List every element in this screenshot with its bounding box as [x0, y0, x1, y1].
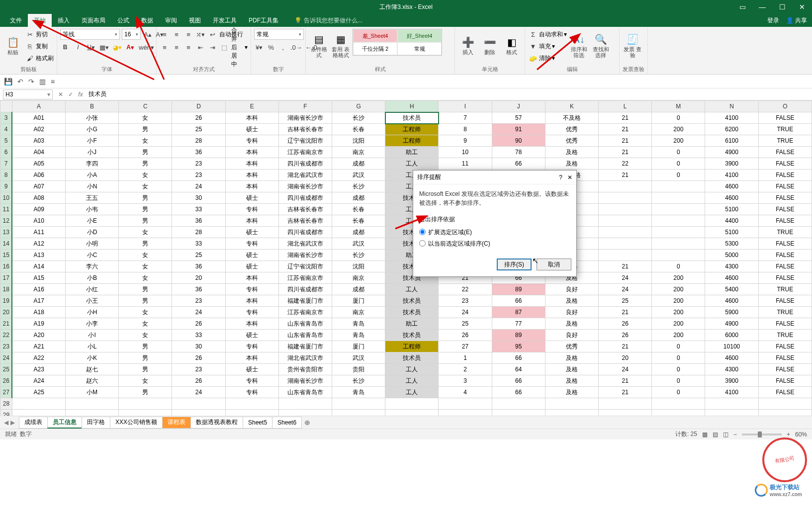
cell[interactable]: 24: [172, 181, 225, 192]
cell[interactable]: FALSE: [758, 170, 812, 181]
cell[interactable]: 90: [492, 135, 545, 147]
cell[interactable]: A05: [12, 158, 65, 170]
cell[interactable]: 南京: [332, 272, 385, 284]
cell[interactable]: 武汉: [332, 170, 385, 181]
cell[interactable]: 男: [119, 341, 172, 352]
cell[interactable]: A21: [12, 341, 65, 352]
cell[interactable]: 长沙: [332, 181, 385, 192]
cell[interactable]: 5100: [705, 204, 758, 215]
cell[interactable]: 四川省成都市: [278, 158, 332, 170]
cell[interactable]: 小E: [66, 215, 119, 227]
cell[interactable]: 女: [119, 112, 172, 124]
cell[interactable]: 长春: [332, 215, 385, 227]
zoom-in-button[interactable]: +: [787, 431, 790, 438]
cell[interactable]: 26: [599, 318, 652, 330]
cell[interactable]: 及格: [545, 352, 598, 364]
cell[interactable]: [599, 398, 652, 410]
cell[interactable]: [652, 398, 705, 410]
cell[interactable]: 21: [599, 261, 652, 272]
cell[interactable]: 专科: [225, 341, 278, 352]
cell[interactable]: 青岛: [332, 330, 385, 341]
cell[interactable]: [119, 410, 172, 416]
cell[interactable]: 21: [599, 307, 652, 318]
cell[interactable]: 本科: [225, 318, 278, 330]
cell[interactable]: 36: [172, 215, 225, 227]
name-box[interactable]: H3▾: [3, 89, 53, 99]
cell[interactable]: A10: [12, 215, 65, 227]
cell[interactable]: [599, 238, 652, 250]
cell[interactable]: 4100: [705, 387, 758, 398]
cell[interactable]: 工程师: [385, 135, 439, 147]
cell[interactable]: 小红: [66, 284, 119, 295]
row-header[interactable]: 25: [0, 364, 12, 375]
cell[interactable]: 4400: [705, 215, 758, 227]
cell[interactable]: 33: [172, 204, 225, 215]
copy-button[interactable]: ⎘: [25, 41, 35, 51]
cell[interactable]: 湖北省武汉市: [278, 170, 332, 181]
cell[interactable]: FALSE: [758, 181, 812, 192]
cell[interactable]: 0: [652, 364, 705, 375]
cell[interactable]: 王五: [66, 192, 119, 204]
cell[interactable]: 200: [652, 330, 705, 341]
col-header-E[interactable]: E: [225, 101, 278, 112]
cell[interactable]: 专科: [225, 204, 278, 215]
indent-dec-button[interactable]: ⇤: [195, 42, 205, 52]
cell[interactable]: 女: [119, 181, 172, 192]
cell[interactable]: [599, 181, 652, 192]
cell[interactable]: 21: [599, 341, 652, 352]
cell[interactable]: A19: [12, 318, 65, 330]
font-color-button[interactable]: A▾: [125, 42, 135, 52]
cell[interactable]: 11: [439, 158, 492, 170]
cell[interactable]: 成都: [332, 227, 385, 238]
cell[interactable]: [278, 410, 332, 416]
cell[interactable]: [599, 204, 652, 215]
sheet-tab[interactable]: XXX公司销售额: [110, 417, 163, 429]
cell[interactable]: 成都: [332, 284, 385, 295]
cell[interactable]: 28: [172, 227, 225, 238]
cond-format-button[interactable]: ▤条件格式: [309, 29, 329, 62]
cell[interactable]: [172, 410, 225, 416]
cell[interactable]: [119, 398, 172, 410]
cell[interactable]: 6200: [705, 124, 758, 135]
cell[interactable]: 36: [172, 284, 225, 295]
cell[interactable]: 3900: [705, 375, 758, 387]
insert-button[interactable]: ➕插入: [458, 29, 478, 62]
cell[interactable]: 助工: [385, 318, 439, 330]
row-header[interactable]: 26: [0, 375, 12, 387]
indent-inc-button[interactable]: ⇥: [207, 42, 217, 52]
row-header[interactable]: 15: [0, 250, 12, 261]
cell[interactable]: FALSE: [758, 341, 812, 352]
cell[interactable]: 工程师: [385, 124, 439, 135]
cell[interactable]: [492, 410, 545, 416]
cell[interactable]: [652, 192, 705, 204]
redo-icon[interactable]: ↷: [28, 78, 34, 86]
cell[interactable]: 工人: [385, 375, 439, 387]
cell[interactable]: 女: [119, 135, 172, 147]
cell[interactable]: [652, 410, 705, 416]
cell[interactable]: 良好: [545, 307, 598, 318]
row-header[interactable]: 9: [0, 181, 12, 192]
cell[interactable]: 工人: [385, 284, 439, 295]
align-left-button[interactable]: ≡: [160, 42, 170, 52]
inc-decimal-button[interactable]: .0→: [290, 42, 303, 52]
cell[interactable]: 青岛: [332, 387, 385, 398]
cell[interactable]: 长春: [332, 204, 385, 215]
wrap-text-button[interactable]: ↩: [207, 29, 217, 39]
cell[interactable]: 26: [599, 330, 652, 341]
select-all-corner[interactable]: [0, 101, 12, 112]
cell[interactable]: 技术员: [385, 352, 439, 364]
font-name-combo[interactable]: 等线▾: [60, 29, 120, 40]
cell[interactable]: 武汉: [332, 238, 385, 250]
cell[interactable]: 30: [172, 192, 225, 204]
cell[interactable]: 4600: [705, 181, 758, 192]
cell[interactable]: A17: [12, 295, 65, 307]
cell[interactable]: 女: [119, 250, 172, 261]
cell[interactable]: [225, 410, 278, 416]
menu-tab-0[interactable]: 文件: [4, 14, 28, 27]
cell[interactable]: 工人: [385, 387, 439, 398]
dialog-cancel-button[interactable]: 取消: [537, 258, 571, 270]
fill-button[interactable]: ▼: [528, 41, 538, 51]
merge-button[interactable]: ⬚: [219, 42, 229, 52]
cell[interactable]: 男: [119, 192, 172, 204]
cell[interactable]: [652, 238, 705, 250]
